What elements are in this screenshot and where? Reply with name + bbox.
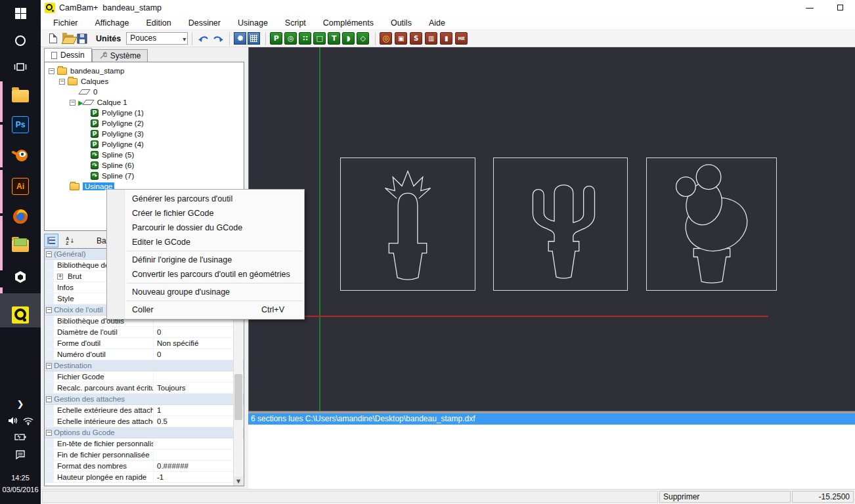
battery-button[interactable]	[0, 429, 41, 445]
draw-text-button[interactable]: T	[328, 32, 340, 45]
tree-row[interactable]: 0	[45, 87, 244, 97]
toolpath-pocket-button[interactable]: ▣	[395, 32, 407, 45]
menu-usinage[interactable]: Usinage	[229, 16, 276, 30]
property-row[interactable]: Recalc. parcours avant écritureToujours	[45, 383, 244, 394]
property-section[interactable]: −Options du Gcode	[45, 427, 244, 438]
property-row[interactable]: Fichier Gcode	[45, 371, 244, 383]
tree-row[interactable]: −bandeau_stamp	[45, 66, 244, 76]
save-button[interactable]	[75, 32, 89, 46]
tree-row[interactable]: −Calques	[45, 76, 244, 87]
draw-rectangle-button[interactable]: □	[313, 32, 326, 45]
tree-row[interactable]: PPolyligne (1)	[45, 108, 244, 118]
collapse-icon[interactable]: −	[46, 430, 52, 436]
cortana-button[interactable]	[0, 28, 41, 54]
context-nouveau-groupe[interactable]: Nouveau groupe d'usinage	[107, 285, 304, 299]
property-row[interactable]: Forme d'outilNon spécifié	[45, 338, 244, 349]
drawing-canvas[interactable]	[248, 47, 855, 411]
toolpath-contour-button[interactable]: ◎	[380, 32, 392, 45]
task-view-button[interactable]	[0, 54, 41, 80]
draw-circle-button[interactable]: ◎	[284, 32, 297, 45]
menu-outils[interactable]: Outils	[382, 16, 420, 30]
property-section[interactable]: −Gestion des attaches	[45, 394, 244, 405]
menu-complements[interactable]: Compléments	[315, 16, 382, 30]
restore-button[interactable]	[829, 0, 851, 14]
context-convertir-parcours[interactable]: Convertir les parcours d'outil en géomét…	[107, 267, 304, 282]
tree-row[interactable]: Spline (5)	[45, 150, 244, 160]
context-editer-gcode[interactable]: Editer le GCode	[107, 235, 304, 249]
collapse-icon[interactable]: −	[46, 396, 52, 402]
undo-button[interactable]	[196, 32, 211, 46]
clock-date[interactable]: 03/05/2016	[0, 486, 41, 494]
new-file-button[interactable]	[46, 32, 60, 46]
volume-icon[interactable]	[8, 416, 18, 425]
action-center-button[interactable]	[0, 446, 41, 462]
tree-row[interactable]: PPolyligne (2)	[45, 118, 244, 129]
wifi-icon[interactable]	[23, 417, 33, 425]
toolpath-heightmap-button[interactable]: HE	[455, 32, 468, 45]
collapse-icon[interactable]: −	[59, 79, 65, 85]
menu-affichage[interactable]: Affichage	[87, 16, 138, 30]
property-row[interactable]: Numéro d'outil0	[45, 349, 244, 360]
stamp-square-2[interactable]	[493, 158, 628, 291]
tree-row[interactable]: −▶Calque 1	[45, 97, 244, 108]
property-row[interactable]: Format des nombres0.######	[45, 461, 244, 472]
clock-time[interactable]: 14:25	[0, 474, 41, 482]
menu-edition[interactable]: Edition	[137, 16, 179, 30]
stamp-square-3[interactable]	[646, 158, 777, 291]
tree-row[interactable]: PPolyligne (4)	[45, 139, 244, 150]
tab-systeme[interactable]: Système	[92, 49, 148, 62]
collapse-icon[interactable]: −	[46, 251, 52, 257]
unity-button[interactable]	[0, 264, 41, 290]
menu-dessiner[interactable]: Dessiner	[180, 16, 229, 30]
context-definir-origine[interactable]: Définir l'origine de l'usinage	[107, 253, 304, 267]
context-coller[interactable]: Coller Ctrl+V	[107, 303, 304, 317]
property-row[interactable]: Echelle extérieure des attaches1	[45, 405, 244, 416]
start-button[interactable]	[0, 0, 41, 26]
units-dropdown[interactable]: Pouces	[126, 32, 188, 45]
blender-button[interactable]	[0, 142, 41, 168]
collapse-icon[interactable]: −	[70, 100, 76, 106]
property-section[interactable]: −Destination	[45, 360, 244, 371]
context-generer-parcours[interactable]: Générer les parcours d'outil	[107, 192, 304, 206]
redo-button[interactable]	[211, 32, 225, 46]
property-row[interactable]: Echelle intérieure des attaches0.5	[45, 416, 244, 427]
alphabetical-sort-button[interactable]: AZ ↓	[62, 234, 78, 247]
toolpath-profile-button[interactable]: ▮	[440, 32, 452, 45]
collapse-icon[interactable]: −	[49, 68, 55, 74]
property-row[interactable]: En-tête de fichier personnalisé	[45, 438, 244, 450]
property-row[interactable]: Hauteur plongée en rapide-1	[45, 472, 244, 483]
stamp-square-1[interactable]	[340, 158, 475, 291]
scroll-down-icon[interactable]: ▼	[234, 476, 243, 486]
expand-icon[interactable]: +	[57, 274, 63, 280]
categorized-view-button[interactable]	[44, 234, 58, 247]
draw-polyline-button[interactable]: P	[270, 32, 282, 45]
collapse-icon[interactable]: −	[46, 363, 52, 369]
toolpath-drill-button[interactable]: ▥	[425, 32, 437, 45]
tree-row[interactable]: Spline (6)	[45, 160, 244, 171]
menu-fichier[interactable]: Fichier	[45, 16, 87, 30]
photoshop-button[interactable]: Ps	[0, 112, 41, 138]
draw-points-button[interactable]: ∷	[299, 32, 311, 45]
tray-expand-button[interactable]: ❯	[0, 394, 41, 413]
property-row[interactable]: Fin de fichier personnalisée	[45, 450, 244, 461]
property-row[interactable]: Diamètre de l'outil0	[45, 327, 244, 338]
toolpath-engrave-button[interactable]: S	[410, 32, 422, 45]
context-parcourir-dossier-gcode[interactable]: Parcourir le dossier du GCode	[107, 220, 304, 235]
snap-to-point-button[interactable]: ✚✚	[234, 32, 246, 45]
menu-aide[interactable]: Aide	[420, 16, 454, 30]
minimize-button[interactable]: —	[799, 0, 821, 14]
scrollbar-thumb[interactable]	[234, 374, 242, 420]
context-creer-gcode[interactable]: Créer le fichier GCode	[107, 206, 304, 220]
collapse-icon[interactable]: −	[46, 307, 52, 313]
draw-polyhedron-button[interactable]: ◇	[357, 32, 369, 45]
firefox-button[interactable]	[0, 203, 41, 230]
log-area[interactable]	[248, 425, 855, 489]
illustrator-button[interactable]: Ai	[0, 173, 41, 200]
menu-script[interactable]: Script	[276, 16, 315, 30]
documents-folder-button[interactable]	[0, 232, 41, 259]
tab-dessin[interactable]: Dessin	[44, 48, 92, 62]
tree-row[interactable]: PPolyligne (3)	[45, 129, 244, 139]
cambam-taskbar-button[interactable]	[0, 302, 41, 328]
grid-toggle-button[interactable]	[248, 32, 260, 45]
log-line-selected[interactable]: 6 sections lues C:\Users\amandine\Deskto…	[248, 413, 855, 425]
